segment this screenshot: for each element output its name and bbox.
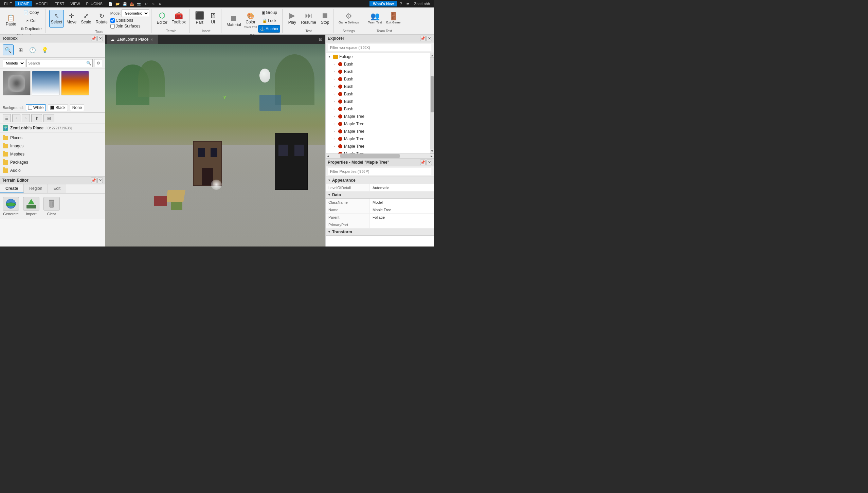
asset-meshes[interactable]: Meshes bbox=[0, 150, 105, 158]
maple-6-expand[interactable]: › bbox=[332, 152, 337, 153]
maple-5-expand[interactable]: › bbox=[332, 145, 337, 148]
terrain-tab-create[interactable]: Create bbox=[0, 184, 24, 193]
stop-button[interactable]: ⏹ Stop bbox=[319, 10, 331, 27]
menu-file[interactable]: FILE bbox=[1, 1, 15, 6]
toolbox-tab-grid[interactable]: ⊞ bbox=[15, 44, 26, 55]
explorer-filter-input[interactable] bbox=[328, 44, 432, 51]
tree-item-maple-1[interactable]: › Maple Tree bbox=[326, 113, 430, 120]
anchor-button[interactable]: ⚓ Anchor bbox=[258, 25, 280, 33]
part-button[interactable]: ⬛ Part bbox=[193, 10, 206, 27]
scale-button[interactable]: ⤢ Scale bbox=[79, 10, 93, 28]
share-icon[interactable]: ⇄ bbox=[405, 1, 411, 7]
bush-6-expand[interactable]: › bbox=[332, 100, 337, 103]
tree-item-bush-7[interactable]: › Bush bbox=[326, 105, 430, 113]
terrain-clear[interactable]: Clear bbox=[43, 197, 60, 216]
maple-3-expand[interactable]: › bbox=[332, 130, 337, 133]
explorer-close-button[interactable]: ✕ bbox=[427, 36, 432, 41]
asset-places[interactable]: Places bbox=[0, 134, 105, 142]
tree-item-maple-4[interactable]: › Maple Tree bbox=[326, 135, 430, 143]
terrain-import[interactable]: Import bbox=[23, 197, 39, 216]
filter-button[interactable]: ⚙ bbox=[94, 59, 102, 67]
material-button[interactable]: ◼ Material bbox=[225, 12, 243, 30]
explorer-h-scrollbar[interactable]: ◄ ► bbox=[326, 153, 434, 158]
background-white-option[interactable]: White bbox=[26, 104, 46, 111]
toolbox-button[interactable]: 🧰 Toolbox bbox=[170, 10, 187, 27]
forward-button[interactable]: › bbox=[22, 114, 30, 122]
tab-close-button[interactable]: ✕ bbox=[150, 38, 153, 41]
bush-7-expand[interactable]: › bbox=[332, 107, 337, 111]
publish-icon[interactable]: 📤 bbox=[129, 1, 135, 7]
maximize-button[interactable]: ⊡ bbox=[317, 36, 324, 43]
asset-packages[interactable]: Packages bbox=[0, 158, 105, 166]
ui-button[interactable]: 🖥 UI bbox=[207, 10, 219, 27]
data-section[interactable]: ▼ Data bbox=[326, 191, 434, 199]
editor-button[interactable]: ⬡ Editor bbox=[155, 10, 169, 27]
category-select[interactable]: Models bbox=[3, 59, 25, 67]
play-button[interactable]: ▶ Play bbox=[286, 10, 298, 27]
properties-pin-button[interactable]: 📌 bbox=[420, 160, 426, 165]
toolbox-close-button[interactable]: ✕ bbox=[97, 36, 103, 41]
grid-view-button[interactable]: ⊞ bbox=[43, 114, 54, 122]
maple-2-expand[interactable]: › bbox=[332, 122, 337, 126]
tree-item-bush-2[interactable]: › Bush bbox=[326, 68, 430, 75]
terrain-tab-edit[interactable]: Edit bbox=[48, 184, 66, 193]
open-file-icon[interactable]: 📂 bbox=[114, 1, 121, 7]
viewport-canvas[interactable]: Y bbox=[105, 44, 325, 246]
h-scroll-left-button[interactable]: ◄ bbox=[326, 154, 330, 159]
toolbox-tab-search[interactable]: 🔍 bbox=[3, 44, 14, 55]
menu-home[interactable]: HOME bbox=[15, 1, 32, 6]
menu-plugins[interactable]: PLUGINS bbox=[84, 1, 105, 6]
terrain-generate[interactable]: Generate bbox=[3, 197, 19, 216]
duplicate-button[interactable]: ⧉ Duplicate bbox=[19, 25, 43, 33]
tree-item-maple-3[interactable]: › Maple Tree bbox=[326, 128, 430, 135]
background-none-option[interactable]: None bbox=[70, 104, 85, 111]
name-prop-value[interactable]: Maple Tree bbox=[370, 206, 434, 213]
toolbox-item-cracks[interactable] bbox=[3, 71, 31, 95]
maple-1-expand[interactable]: › bbox=[332, 115, 337, 118]
lock-button[interactable]: 🔒 Lock bbox=[258, 17, 280, 24]
copy-button[interactable]: 📄 Copy bbox=[19, 9, 43, 16]
collisions-checkbox[interactable] bbox=[110, 18, 115, 23]
scroll-up-button[interactable]: ▲ bbox=[430, 53, 434, 58]
menu-view[interactable]: VIEW bbox=[68, 1, 83, 6]
tree-item-bush-3[interactable]: › Bush bbox=[326, 75, 430, 83]
primarypart-value[interactable] bbox=[370, 221, 434, 228]
toolbox-tab-lightbulb[interactable]: 💡 bbox=[39, 44, 50, 55]
scroll-thumb[interactable] bbox=[431, 76, 434, 112]
toolbox-item-sky[interactable] bbox=[32, 71, 60, 95]
redo-icon[interactable]: ↪ bbox=[150, 1, 156, 7]
viewport-tab[interactable]: ☁ ZeatLohh's Place ✕ bbox=[107, 35, 158, 44]
toolbox-pin-button[interactable]: 📌 bbox=[91, 36, 96, 41]
parent-value[interactable]: Foliage bbox=[370, 214, 434, 221]
toolbox-tab-clock[interactable]: 🕐 bbox=[27, 44, 38, 55]
h-scroll-right-button[interactable]: ► bbox=[429, 154, 434, 159]
asset-images[interactable]: Images bbox=[0, 142, 105, 150]
undo-icon[interactable]: ↩ bbox=[143, 1, 149, 7]
save-icon[interactable]: 💾 bbox=[122, 1, 128, 7]
group-button[interactable]: ▣ Group bbox=[258, 9, 280, 16]
menu-test[interactable]: TEST bbox=[52, 1, 67, 6]
properties-close-button[interactable]: ✕ bbox=[427, 160, 432, 165]
tree-item-bush-6[interactable]: › Bush bbox=[326, 98, 430, 105]
rotate-button[interactable]: ↻ Rotate bbox=[94, 10, 109, 28]
bush-3-expand[interactable]: › bbox=[332, 77, 337, 81]
resume-button[interactable]: ⏭ Resume bbox=[299, 10, 318, 27]
levelofdetail-value[interactable]: Automatic bbox=[370, 184, 434, 191]
bush-1-expand[interactable]: › bbox=[332, 62, 337, 66]
terrain-pin-button[interactable]: 📌 bbox=[91, 178, 96, 183]
tree-item-bush-5[interactable]: › Bush bbox=[326, 90, 430, 98]
tree-item-maple-2[interactable]: › Maple Tree bbox=[326, 120, 430, 128]
bush-5-expand[interactable]: › bbox=[332, 92, 337, 96]
team-test-button[interactable]: 👥 Team Test bbox=[366, 10, 384, 27]
foliage-expand-icon[interactable]: ▼ bbox=[327, 55, 332, 58]
help-icon[interactable]: ? bbox=[398, 1, 404, 7]
select-button[interactable]: ↖ Select bbox=[49, 10, 64, 28]
tree-item-maple-5[interactable]: › Maple Tree bbox=[326, 143, 430, 150]
toolbox-item-sunset[interactable] bbox=[61, 71, 89, 95]
paste-button[interactable]: 📋 Paste bbox=[4, 12, 18, 30]
bush-2-expand[interactable]: › bbox=[332, 70, 337, 73]
tree-item-bush-4[interactable]: › Bush bbox=[326, 83, 430, 90]
exit-game-button[interactable]: 🚪 Exit Game bbox=[384, 10, 402, 27]
mode-select[interactable]: Geometric bbox=[122, 10, 149, 17]
color-button[interactable]: 🎨 Color bbox=[244, 13, 257, 25]
